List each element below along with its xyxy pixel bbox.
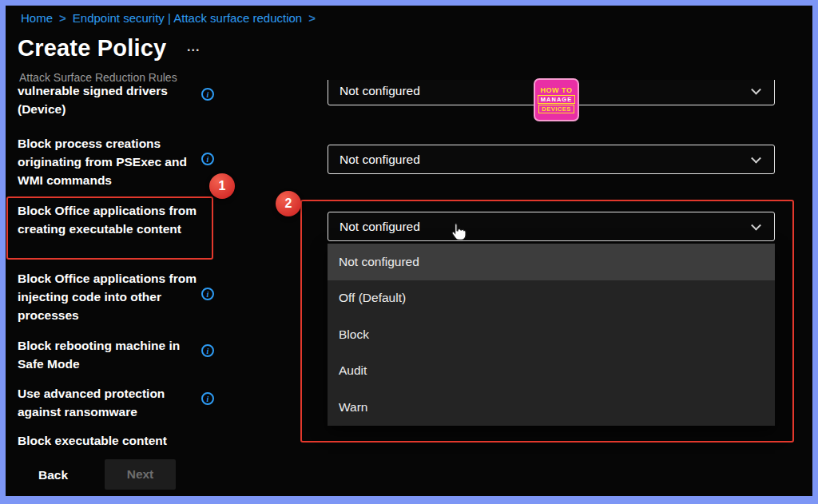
annotation-callout-1: 1 xyxy=(209,173,235,199)
info-icon[interactable] xyxy=(201,88,214,101)
menu-item-label: Off (Default) xyxy=(339,291,406,305)
breadcrumb: Home>Endpoint security | Attack surface … xyxy=(21,11,322,25)
dropdown-office-executable-content[interactable]: Not configured xyxy=(328,212,775,241)
menu-item-off-default[interactable]: Off (Default) xyxy=(328,280,775,317)
info-icon[interactable] xyxy=(201,392,214,405)
howto-manage-devices-logo: HOW TO MANAGE DEVICES xyxy=(534,78,579,121)
info-icon[interactable] xyxy=(201,344,214,357)
logo-text: DEVICES xyxy=(538,105,574,113)
menu-item-not-configured[interactable]: Not configured xyxy=(328,244,775,280)
breadcrumb-home[interactable]: Home xyxy=(21,11,53,25)
breadcrumb-separator: > xyxy=(59,11,66,25)
menu-item-label: Block xyxy=(339,327,369,342)
chevron-down-icon xyxy=(751,153,761,163)
dropdown-value: Not configured xyxy=(340,153,420,167)
setting-label-block-executable-content: Block executable content xyxy=(18,431,208,446)
dropdown-psexec-wmi[interactable]: Not configured xyxy=(328,145,775,174)
breadcrumb-separator: > xyxy=(308,11,316,25)
setting-label-office-executable-content: Block Office applications from creating … xyxy=(18,201,208,238)
menu-item-block[interactable]: Block xyxy=(328,316,775,353)
menu-item-warn[interactable]: Warn xyxy=(328,389,775,426)
setting-label-ransomware-protection: Use advanced protection against ransomwa… xyxy=(18,384,208,421)
back-button[interactable]: Back xyxy=(30,461,77,489)
menu-item-label: Audit xyxy=(339,363,367,378)
dropdown-value: Not configured xyxy=(340,220,420,234)
menu-item-label: Not configured xyxy=(339,255,419,269)
setting-label-office-code-injection: Block Office applications from injecting… xyxy=(18,269,208,324)
info-icon[interactable] xyxy=(201,288,214,300)
next-button[interactable]: Next xyxy=(105,459,176,490)
menu-item-audit[interactable]: Audit xyxy=(328,353,775,390)
setting-label-vulnerable-drivers: vulnerable signed drivers (Device) xyxy=(18,81,208,118)
chevron-down-icon xyxy=(751,220,761,230)
setting-row-clipped: Block executable content xyxy=(18,431,209,446)
chevron-down-icon xyxy=(751,84,761,94)
setting-label-safe-mode-reboot: Block rebooting machine in Safe Mode xyxy=(18,336,208,373)
window: Home>Endpoint security | Attack surface … xyxy=(0,0,818,504)
dropdown-value: Not configured xyxy=(340,84,420,98)
logo-text: MANAGE xyxy=(538,95,575,104)
menu-item-label: Warn xyxy=(339,400,367,415)
setting-label-psexec-wmi: Block process creations originating from… xyxy=(18,134,208,189)
info-icon[interactable] xyxy=(201,153,214,165)
breadcrumb-endpoint-security[interactable]: Endpoint security | Attack surface reduc… xyxy=(73,11,302,25)
more-menu[interactable]: ... xyxy=(187,40,200,54)
annotation-callout-2: 2 xyxy=(276,191,301,216)
dropdown-menu: Not configured Off (Default) Block Audit… xyxy=(328,244,775,426)
page-title: Create Policy xyxy=(18,35,166,62)
logo-text: HOW TO xyxy=(541,86,573,94)
